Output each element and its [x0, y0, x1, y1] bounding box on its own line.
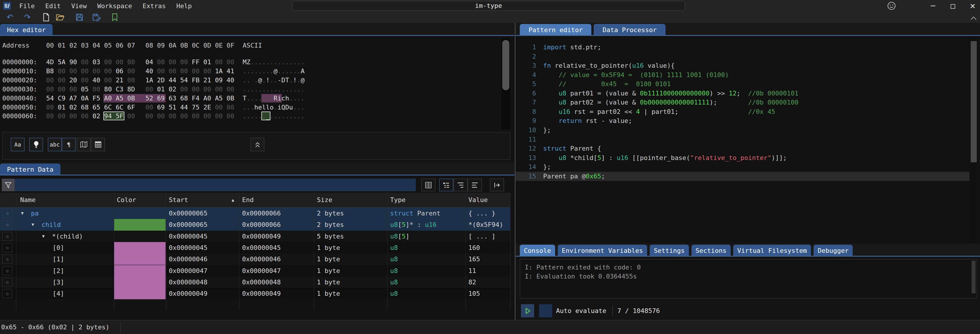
hex-byte[interactable]: 00	[157, 57, 165, 67]
hex-byte[interactable]: 6F	[127, 103, 135, 112]
pattern-row-2[interactable]: ☆[2]0x000000470x000000471 byteu811	[0, 265, 511, 277]
hex-byte[interactable]: 00	[215, 57, 223, 67]
collapse-arrow-icon[interactable]	[970, 14, 977, 22]
pattern-color-swatch[interactable]	[114, 265, 165, 277]
ascii-char[interactable]: .	[285, 67, 289, 75]
hex-byte[interactable]: 00	[116, 57, 124, 67]
ascii-char[interactable]: .	[293, 86, 297, 93]
hex-byte[interactable]: 69	[157, 94, 165, 103]
redo-icon[interactable]: ↷	[22, 13, 32, 22]
hex-byte[interactable]: 00	[203, 67, 211, 76]
ascii-char[interactable]: .	[251, 86, 255, 93]
save-icon[interactable]	[75, 13, 84, 22]
ascii-char[interactable]: .	[266, 86, 270, 93]
pattern-row-child[interactable]: ☆▼*(child)0x000000450x000000495 bytesu8[…	[0, 231, 511, 242]
hex-byte[interactable]: 54	[46, 94, 54, 103]
hex-byte[interactable]: 00	[46, 76, 54, 85]
hex-byte[interactable]: 0A	[81, 94, 89, 103]
hex-byte[interactable]: 02	[169, 85, 177, 94]
hex-byte[interactable]: 65	[92, 103, 100, 112]
ascii-char[interactable]: .	[243, 103, 247, 111]
hex-byte[interactable]: 04	[145, 57, 153, 67]
hex-byte[interactable]: 94	[104, 111, 112, 121]
ascii-char[interactable]: .	[247, 86, 250, 93]
ascii-char[interactable]: .	[270, 58, 274, 66]
hex-byte[interactable]: 8D	[127, 85, 135, 94]
hex-byte[interactable]: 00	[104, 67, 112, 76]
hex-byte[interactable]: 00	[58, 111, 66, 121]
hex-byte[interactable]: 44	[180, 103, 188, 112]
code-line-2[interactable]: 2	[516, 52, 977, 61]
hex-byte[interactable]: 00	[227, 103, 234, 112]
ascii-char[interactable]: .	[247, 103, 250, 111]
hex-byte[interactable]: 52	[145, 94, 153, 103]
ascii-char[interactable]: .	[262, 67, 266, 75]
hex-byte[interactable]: 6C	[116, 103, 124, 112]
hex-byte[interactable]: 00	[145, 85, 153, 94]
ascii-char[interactable]: .	[293, 58, 297, 66]
code-line-9[interactable]: 9 return rst - value;	[516, 116, 977, 126]
ascii-char[interactable]: .	[297, 95, 301, 102]
ascii-char[interactable]: .	[297, 86, 301, 93]
hex-byte[interactable]: 00	[169, 67, 177, 76]
hex-byte[interactable]: 68	[180, 94, 188, 103]
tree-detailed-icon[interactable]	[439, 179, 453, 191]
favorite-star-icon[interactable]: ☆	[2, 278, 12, 287]
pattern-table-header[interactable]: NameColorStartEndSizeTypeValue▲	[0, 193, 511, 208]
ascii-char[interactable]: .	[289, 112, 293, 120]
ascii-char[interactable]: e	[258, 103, 262, 111]
code-line-14[interactable]: 14};	[516, 162, 977, 172]
hex-byte[interactable]: 41	[227, 67, 234, 76]
code-line-7[interactable]: 7 u8 part02 = (value & 0b000000000000111…	[516, 98, 977, 107]
hex-byte[interactable]: 2D	[157, 76, 165, 85]
code-line-5[interactable]: 5 // 0x45 = 0100 0101	[516, 80, 977, 89]
ascii-char[interactable]: .	[297, 67, 301, 75]
favorite-star-icon[interactable]: ☆	[2, 266, 12, 275]
hex-byte[interactable]: 20	[69, 76, 77, 85]
code-line-4[interactable]: 4 // value = 0x5F94 = (0101) 1111 1001 (…	[516, 70, 977, 80]
ascii-char[interactable]: T	[243, 95, 247, 102]
ascii-char[interactable]: u	[289, 103, 293, 111]
pattern-color-swatch[interactable]	[114, 242, 165, 253]
ascii-char[interactable]: .	[270, 76, 274, 84]
ascii-char[interactable]: _	[266, 112, 270, 120]
ascii-char[interactable]: .	[293, 103, 297, 111]
ascii-char[interactable]: .	[258, 112, 262, 120]
hex-byte[interactable]: 00	[215, 103, 223, 112]
ascii-char[interactable]: .	[247, 67, 250, 75]
hex-byte[interactable]: 00	[157, 111, 165, 121]
hex-byte[interactable]: 90	[69, 57, 77, 67]
menu-view[interactable]: View	[71, 2, 87, 10]
hex-byte[interactable]: 0B	[227, 94, 234, 103]
console-scrollbar-thumb[interactable]	[972, 261, 975, 293]
hex-byte[interactable]: 09	[215, 76, 223, 85]
ascii-char[interactable]: .	[258, 58, 262, 66]
ascii-char[interactable]: .	[282, 112, 285, 120]
ascii-char[interactable]: Z	[247, 58, 250, 66]
hex-byte[interactable]: 00	[127, 67, 135, 76]
hex-byte[interactable]: 00	[81, 111, 89, 121]
ascii-char[interactable]: @	[274, 67, 277, 75]
tab-pattern-editor[interactable]: Pattern editor	[520, 24, 591, 36]
hex-byte[interactable]: 00	[180, 111, 188, 121]
code-line-12[interactable]: 12struct Parent {	[516, 144, 977, 153]
code-line-8[interactable]: 8 u16 rst = part02 << 4 | part01; //0x 4…	[516, 107, 977, 116]
favorite-star-icon[interactable]: ☆	[2, 220, 12, 229]
pattern-filter-input[interactable]	[14, 179, 416, 191]
column-header-size[interactable]: Size	[317, 193, 332, 207]
pattern-color-swatch[interactable]	[114, 219, 165, 231]
ascii-char[interactable]: .	[262, 86, 266, 93]
hex-byte[interactable]: 63	[169, 94, 177, 103]
menu-help[interactable]: Help	[177, 2, 192, 10]
filter-icon[interactable]	[2, 179, 14, 191]
ascii-char[interactable]: .	[255, 95, 258, 102]
ascii-char[interactable]: T	[285, 76, 289, 84]
hex-byte[interactable]: 00	[127, 57, 135, 67]
map-icon[interactable]	[77, 138, 91, 151]
ascii-column-button[interactable]: abc	[48, 138, 62, 151]
ascii-char[interactable]: .	[243, 112, 247, 120]
favorite-star-icon[interactable]: ☆	[2, 254, 12, 264]
ascii-char[interactable]: .	[297, 103, 301, 111]
ascii-char[interactable]: c	[282, 95, 285, 102]
ascii-char[interactable]: .	[274, 86, 277, 93]
